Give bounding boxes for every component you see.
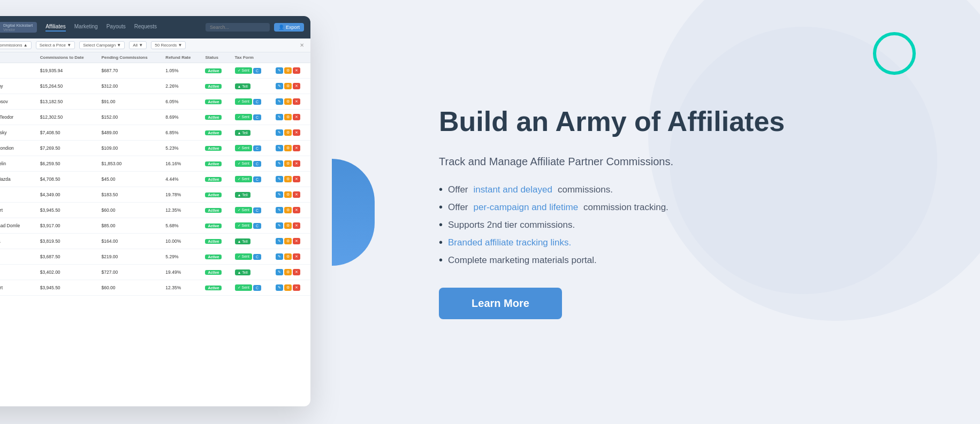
cell-affiliate: TA Talvi Arthur <box>0 187 36 203</box>
btn-c[interactable]: C <box>253 285 261 291</box>
status-badge: Active <box>205 192 222 197</box>
btn-tell[interactable]: ▲ Tell <box>235 238 250 244</box>
filter-select-campaign[interactable]: Select Campaign ▼ <box>79 41 125 49</box>
status-badge: Active <box>205 286 222 290</box>
cell-actions: ✎ ⚙ ✕ <box>271 94 310 110</box>
btn-delete[interactable]: ✕ <box>293 191 300 198</box>
btn-delete[interactable]: ✕ <box>293 176 300 182</box>
btn-delete[interactable]: ✕ <box>293 145 300 151</box>
btn-delete[interactable]: ✕ <box>293 222 300 229</box>
btn-sent[interactable]: ✓ Sent <box>235 207 252 213</box>
user-icon: 👤 <box>278 25 284 30</box>
btn-edit[interactable]: ✎ <box>276 176 283 182</box>
btn-warn[interactable]: ⚙ <box>284 114 292 120</box>
export-button[interactable]: 👤 Export <box>274 23 304 32</box>
btn-edit[interactable]: ✎ <box>276 191 283 198</box>
btn-warn[interactable]: ⚙ <box>284 129 292 136</box>
btn-c[interactable]: C <box>253 145 261 151</box>
btn-delete[interactable]: ✕ <box>293 284 300 291</box>
btn-warn[interactable]: ⚙ <box>284 238 292 244</box>
table-row: ? $3,687.50 $219.00 5.29% Active ✓ SentC… <box>0 249 310 265</box>
btn-delete[interactable]: ✕ <box>293 253 300 260</box>
filter-select-price[interactable]: Select a Price ▼ <box>36 41 75 49</box>
btn-warn[interactable]: ⚙ <box>284 145 292 151</box>
table-row: BE Bron Elleblort $3,945.50 $60.00 12.35… <box>0 203 310 218</box>
btn-c[interactable]: C <box>253 223 261 229</box>
btn-delete[interactable]: ✕ <box>293 160 300 167</box>
btn-warn[interactable]: ⚙ <box>284 98 292 105</box>
btn-edit[interactable]: ✎ <box>276 207 283 213</box>
btn-warn[interactable]: ⚙ <box>284 83 292 89</box>
btn-edit[interactable]: ✎ <box>276 98 283 105</box>
btn-edit[interactable]: ✎ <box>276 83 283 89</box>
btn-sent[interactable]: ✓ Sent <box>235 222 252 229</box>
btn-tell[interactable]: ▲ Tell <box>235 130 250 136</box>
btn-edit[interactable]: ✎ <box>276 145 283 151</box>
btn-edit[interactable]: ✎ <box>276 129 283 136</box>
filter-reset[interactable]: ✕ <box>300 42 304 48</box>
btn-delete[interactable]: ✕ <box>293 83 300 89</box>
cell-affiliate: JS Jenny Strica <box>0 234 36 249</box>
btn-edit[interactable]: ✎ <box>276 284 283 291</box>
cell-status: Active <box>201 280 230 296</box>
btn-edit[interactable]: ✎ <box>276 253 283 260</box>
btn-warn[interactable]: ⚙ <box>284 269 292 275</box>
learn-more-button[interactable]: Learn More <box>439 288 562 319</box>
btn-edit[interactable]: ✎ <box>276 222 283 229</box>
btn-c[interactable]: C <box>253 114 261 120</box>
table-row: JS Jenny Strica $3,819.50 $164.00 10.00%… <box>0 234 310 249</box>
btn-delete[interactable]: ✕ <box>293 129 300 136</box>
status-badge: Active <box>205 130 222 135</box>
btn-sent[interactable]: ✓ Sent <box>235 145 252 151</box>
nav-link-requests[interactable]: Requests <box>134 24 157 32</box>
app-search[interactable]: Search... <box>206 23 270 32</box>
cell-taxform: ✓ SentC <box>231 63 272 79</box>
btn-warn[interactable]: ⚙ <box>284 253 292 260</box>
btn-edit[interactable]: ✎ <box>276 269 283 275</box>
affiliate-name: Jenny Strica <box>0 238 1 244</box>
btn-delete[interactable]: ✕ <box>293 67 300 74</box>
btn-warn[interactable]: ⚙ <box>284 222 292 229</box>
nav-link-payouts[interactable]: Payouts <box>107 24 126 32</box>
table-row: VB Villundr Belosov $13,182.50 $91.00 6.… <box>0 94 310 110</box>
btn-sent[interactable]: ✓ Sent <box>235 284 252 291</box>
btn-sent[interactable]: ✓ Sent <box>235 160 252 167</box>
btn-sent[interactable]: ✓ Sent <box>235 67 252 74</box>
btn-sent[interactable]: ✓ Sent <box>235 98 252 105</box>
btn-sent[interactable]: ✓ Sent <box>235 253 252 260</box>
btn-c[interactable]: C <box>253 68 261 74</box>
btn-delete[interactable]: ✕ <box>293 114 300 120</box>
btn-warn[interactable]: ⚙ <box>284 67 292 74</box>
nav-link-marketing[interactable]: Marketing <box>74 24 98 32</box>
btn-warn[interactable]: ⚙ <box>284 176 292 182</box>
nav-link-affiliates[interactable]: Affiliates <box>45 24 66 32</box>
btn-warn[interactable]: ⚙ <box>284 207 292 213</box>
filter-all[interactable]: All ▼ <box>129 41 147 49</box>
btn-c[interactable]: C <box>253 176 261 182</box>
cell-pending: $60.00 <box>97 203 161 218</box>
btn-sent[interactable]: ✓ Sent <box>235 114 252 120</box>
btn-delete[interactable]: ✕ <box>293 238 300 244</box>
btn-edit[interactable]: ✎ <box>276 238 283 244</box>
btn-c[interactable]: C <box>253 254 261 260</box>
btn-delete[interactable]: ✕ <box>293 207 300 213</box>
btn-warn[interactable]: ⚙ <box>284 191 292 198</box>
btn-delete[interactable]: ✕ <box>293 269 300 275</box>
btn-warn[interactable]: ⚙ <box>284 160 292 167</box>
filter-records[interactable]: 50 Records ▼ <box>151 41 186 49</box>
filter-commissions[interactable]: Commissions ▲ <box>0 41 32 49</box>
btn-edit[interactable]: ✎ <box>276 160 283 167</box>
cell-actions: ✎ ⚙ ✕ <box>271 203 310 218</box>
btn-c[interactable]: C <box>253 207 261 213</box>
btn-warn[interactable]: ⚙ <box>284 284 292 291</box>
btn-c[interactable]: C <box>253 99 261 105</box>
btn-delete[interactable]: ✕ <box>293 98 300 105</box>
btn-edit[interactable]: ✎ <box>276 114 283 120</box>
btn-tell[interactable]: ▲ Tell <box>235 83 250 89</box>
btn-sent[interactable]: ✓ Sent <box>235 176 252 182</box>
btn-edit[interactable]: ✎ <box>276 67 283 74</box>
btn-c[interactable]: C <box>253 161 261 167</box>
feature-item-3: Supports 2nd tier commissions. <box>439 220 937 231</box>
btn-tell[interactable]: ▲ Tell <box>235 269 250 275</box>
btn-tell[interactable]: ▲ Tell <box>235 192 250 198</box>
